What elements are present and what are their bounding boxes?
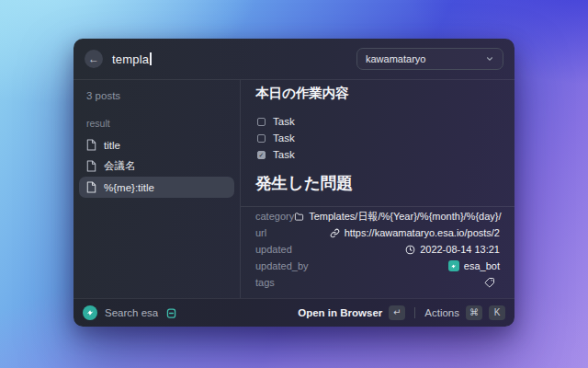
text-caret bbox=[150, 52, 152, 65]
metadata-value: 2022-08-14 13:21 bbox=[420, 244, 500, 255]
enter-key-badge: ↵ bbox=[389, 305, 405, 320]
posts-count: 3 posts bbox=[79, 89, 234, 102]
back-button[interactable]: ← bbox=[85, 50, 103, 68]
preview-heading-tasks: 本日の作業内容 bbox=[255, 86, 500, 100]
cmd-key-badge: ⌘ bbox=[466, 305, 482, 320]
document-icon bbox=[86, 139, 96, 151]
extension-name: Search esa bbox=[105, 307, 158, 318]
checkbox-unchecked-icon bbox=[257, 134, 266, 143]
metadata-value: esa_bot bbox=[464, 260, 500, 271]
list-item-label: 会議名 bbox=[104, 159, 136, 173]
section-header: result bbox=[79, 118, 234, 130]
window-body: 3 posts result title 会議名 bbox=[74, 80, 514, 298]
list-item[interactable]: 会議名 bbox=[79, 155, 234, 177]
link-icon bbox=[330, 228, 340, 238]
tag-icon bbox=[484, 277, 495, 288]
results-sidebar: 3 posts result title 会議名 bbox=[74, 80, 241, 298]
folder-icon bbox=[294, 212, 304, 222]
metadata-value: Templates/日報/%{Year}/%{month}/%{day}/ bbox=[309, 210, 501, 224]
checkbox-unchecked-icon bbox=[257, 118, 266, 126]
metadata-label: category bbox=[255, 211, 294, 222]
list-item-selected[interactable]: %{me}:title bbox=[79, 177, 234, 198]
preview-heading-problems: 発生した問題 bbox=[255, 174, 500, 192]
footer-actions: Open in Browser ↵ Actions ⌘ K bbox=[298, 305, 505, 320]
search-bar: ← templa kawamataryo bbox=[74, 39, 514, 80]
document-icon bbox=[86, 181, 96, 193]
action-bar: Search esa Open in Browser ↵ Actions ⌘ K bbox=[74, 298, 514, 327]
team-dropdown-value: kawamataryo bbox=[366, 53, 425, 64]
task-list: Task Task Task bbox=[255, 113, 500, 163]
post-preview: 本日の作業内容 Task Task Task 発生した問題 bbox=[241, 80, 514, 298]
metadata-value: https://kawamataryo.esa.io/posts/2 bbox=[345, 227, 500, 238]
k-key-badge: K bbox=[489, 305, 505, 320]
search-input[interactable]: templa bbox=[112, 52, 356, 66]
clock-icon bbox=[405, 245, 415, 255]
task-item: Task bbox=[255, 130, 500, 146]
metadata-divider bbox=[241, 206, 514, 207]
task-label: Task bbox=[273, 116, 295, 127]
chevron-down-icon bbox=[485, 54, 494, 63]
metadata-row-tags: tags bbox=[255, 274, 500, 291]
metadata-label: updated bbox=[255, 244, 292, 255]
launcher-window: ← templa kawamataryo 3 posts result titl… bbox=[74, 39, 514, 327]
footer-separator bbox=[414, 307, 415, 318]
metadata-row-updated-by: updated_by esa_bot bbox=[255, 258, 500, 274]
metadata-label: url bbox=[255, 227, 266, 238]
esa-bot-avatar bbox=[448, 260, 459, 271]
metadata-row-category: category Templates/日報/%{Year}/%{month}/%… bbox=[255, 208, 500, 224]
list-item[interactable]: title bbox=[79, 134, 234, 155]
archive-icon bbox=[165, 307, 177, 319]
task-item: Task bbox=[255, 113, 500, 130]
search-query: templa bbox=[112, 52, 149, 66]
actions-menu-button[interactable]: Actions bbox=[424, 307, 459, 318]
metadata-panel: category Templates/日報/%{Year}/%{month}/%… bbox=[255, 208, 500, 291]
task-label: Task bbox=[273, 132, 295, 144]
results-list: title 会議名 %{me}:title bbox=[79, 134, 234, 198]
esa-logo-icon bbox=[83, 305, 97, 320]
open-in-browser-button[interactable]: Open in Browser bbox=[298, 307, 382, 318]
metadata-label: updated_by bbox=[255, 260, 309, 271]
metadata-label: tags bbox=[255, 277, 275, 288]
task-item: Task bbox=[255, 146, 500, 163]
checkbox-checked-icon bbox=[257, 151, 266, 159]
team-dropdown[interactable]: kawamataryo bbox=[356, 48, 503, 70]
list-item-label: %{me}:title bbox=[104, 182, 154, 193]
metadata-row-updated: updated 2022-08-14 13:21 bbox=[255, 241, 500, 258]
list-item-label: title bbox=[104, 140, 120, 151]
document-icon bbox=[86, 160, 96, 172]
metadata-row-url: url https://kawamataryo.esa.io/posts/2 bbox=[255, 224, 500, 241]
task-label: Task bbox=[273, 149, 295, 160]
